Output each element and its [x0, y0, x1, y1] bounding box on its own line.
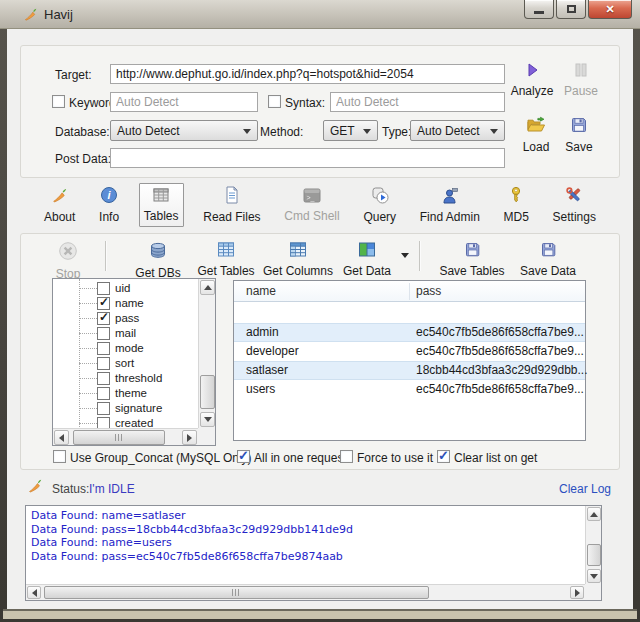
keyword-checkbox[interactable] — [52, 95, 65, 108]
syntax-checkbox[interactable] — [268, 95, 281, 108]
table-row[interactable]: developer ec540c7fb5de86f658cffa7be9... — [234, 342, 585, 361]
about-button[interactable]: About — [40, 184, 79, 227]
log-panel[interactable]: Data Found: name=satlaser Data Found: pa… — [25, 505, 602, 601]
find-admin-button[interactable]: Find Admin — [416, 184, 484, 227]
chevron-down-icon — [401, 253, 409, 258]
get-data-dropdown-button[interactable] — [401, 253, 409, 258]
tables-button[interactable]: Tables — [139, 183, 184, 227]
get-dbs-button[interactable]: Get DBs — [127, 238, 189, 283]
clear-list-on-get-checkbox[interactable] — [437, 450, 450, 463]
scroll-down-button[interactable] — [587, 569, 601, 583]
tree-item-theme[interactable]: theme — [53, 386, 199, 401]
toolbar-separator — [419, 241, 420, 271]
cmd-shell-button[interactable]: >_ Cmd Shell — [280, 185, 343, 226]
type-value: Auto Detect — [417, 124, 480, 138]
mail-checkbox[interactable] — [97, 327, 110, 340]
tree-item-threshold[interactable]: threshold — [53, 371, 199, 386]
scroll-down-button[interactable] — [200, 412, 215, 427]
save-data-button[interactable]: Save Data — [515, 238, 581, 281]
pause-label: Pause — [564, 84, 598, 98]
table-row[interactable]: users ec540c7fb5de86f658cffa7be9... — [234, 380, 585, 399]
log-vertical-scrollbar[interactable] — [585, 506, 601, 584]
tree-item-mail[interactable]: mail — [53, 326, 199, 341]
key-icon — [508, 186, 524, 208]
scroll-up-button[interactable] — [200, 280, 215, 295]
load-label: Load — [523, 140, 550, 154]
load-button[interactable]: Load — [515, 113, 557, 157]
scroll-left-button[interactable] — [54, 430, 69, 445]
read-files-button[interactable]: Read Files — [199, 183, 264, 227]
maximize-icon — [567, 5, 576, 13]
table-row[interactable]: admin ec540c7fb5de86f658cffa7be9... — [234, 323, 585, 342]
target-input[interactable] — [110, 64, 505, 84]
info-button[interactable]: i Info — [95, 183, 123, 227]
signature-checkbox[interactable] — [97, 402, 110, 415]
close-button[interactable]: ✕ — [588, 0, 632, 19]
syntax-input[interactable] — [330, 92, 505, 112]
minimize-button[interactable] — [524, 0, 554, 19]
mode-checkbox[interactable] — [97, 342, 110, 355]
column-header-pass[interactable]: pass — [416, 284, 441, 298]
scroll-thumb[interactable] — [200, 375, 215, 409]
group-concat-checkbox[interactable] — [53, 450, 66, 463]
pass-checkbox[interactable] — [97, 312, 110, 325]
tree-item-name[interactable]: name — [53, 296, 199, 311]
settings-button[interactable]: Settings — [549, 183, 600, 227]
chevron-down-icon — [243, 129, 251, 134]
terminal-icon: >_ — [303, 188, 321, 207]
clear-log-link[interactable]: Clear Log — [559, 482, 611, 496]
open-folder-icon — [526, 116, 546, 138]
tree-item-signature[interactable]: signature — [53, 401, 199, 416]
pause-button[interactable]: Pause — [561, 59, 601, 101]
get-tables-button[interactable]: Get Tables — [193, 238, 259, 281]
save-tables-button[interactable]: Save Tables — [435, 238, 509, 281]
query-icon — [371, 186, 389, 208]
sort-checkbox[interactable] — [97, 357, 110, 370]
save-button[interactable]: Save — [559, 113, 599, 157]
analyze-button[interactable]: Analyze — [507, 59, 557, 101]
get-columns-button[interactable]: Get Columns — [261, 238, 335, 281]
scroll-left-button[interactable] — [27, 586, 41, 599]
uid-checkbox[interactable] — [97, 282, 110, 295]
scroll-up-button[interactable] — [587, 507, 601, 521]
method-select[interactable]: GET — [323, 120, 378, 141]
post-data-input[interactable] — [110, 148, 505, 168]
name-checkbox[interactable] — [97, 297, 110, 310]
columns-tree-panel: uid name pass mail mode sort threshold t… — [52, 278, 216, 446]
get-data-button[interactable]: Get Data — [339, 238, 395, 281]
tree-horizontal-scrollbar[interactable] — [53, 428, 198, 445]
main-toolbar: About i Info Tables Read Files >_ Cmd Sh… — [20, 182, 620, 228]
scroll-thumb[interactable] — [587, 544, 601, 566]
scroll-right-button[interactable] — [182, 430, 197, 445]
scroll-thumb[interactable] — [73, 430, 165, 445]
table-row[interactable]: satlaser 18cbb44cd3bfaa3c29d929dbb... — [234, 361, 585, 380]
method-label: Method: — [260, 125, 303, 139]
maximize-button[interactable] — [556, 0, 586, 19]
type-select[interactable]: Auto Detect — [410, 120, 505, 141]
tree-vertical-scrollbar[interactable] — [198, 279, 215, 428]
scrollbar-corner — [198, 428, 215, 445]
title-bar[interactable]: Havij ✕ — [0, 0, 640, 29]
scroll-right-button[interactable] — [570, 586, 584, 599]
keyword-input[interactable] — [110, 92, 258, 112]
tree-item-uid[interactable]: uid — [53, 281, 199, 296]
tree-item-sort[interactable]: sort — [53, 356, 199, 371]
force-to-use-it-checkbox[interactable] — [340, 450, 353, 463]
all-in-one-request-checkbox[interactable] — [237, 450, 250, 463]
column-header-name[interactable]: name — [246, 284, 276, 298]
database-select[interactable]: Auto Detect — [110, 120, 258, 141]
scroll-thumb[interactable] — [44, 586, 429, 599]
info-icon: i — [100, 186, 118, 208]
log-horizontal-scrollbar[interactable] — [26, 584, 585, 600]
table-header[interactable]: name pass — [234, 281, 585, 302]
table-grid-icon — [217, 241, 235, 262]
tree-item-pass[interactable]: pass — [53, 311, 199, 326]
threshold-checkbox[interactable] — [97, 372, 110, 385]
tree-item-mode[interactable]: mode — [53, 341, 199, 356]
target-label: Target: — [55, 68, 92, 82]
md5-button[interactable]: MD5 — [500, 183, 533, 227]
query-button[interactable]: Query — [359, 183, 400, 227]
analyze-label: Analyze — [511, 84, 554, 98]
theme-checkbox[interactable] — [97, 387, 110, 400]
syntax-label: Syntax: — [285, 96, 325, 110]
